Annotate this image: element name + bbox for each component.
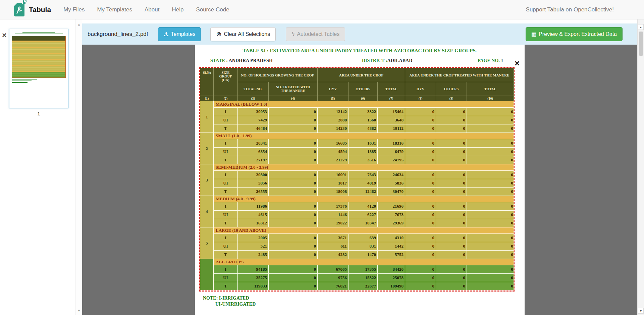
nav-item-help[interactable]: Help [172, 6, 183, 13]
size-group-label: SEMI-MEDIUM (2.0 - 3.99) [214, 164, 514, 171]
export-button-label: Preview & Export Extracted Data [539, 31, 617, 37]
value-cell: 0 [436, 171, 467, 179]
slno-cell: 1 [200, 101, 214, 133]
value-cell: 0 [405, 139, 436, 148]
nav-item-source-code[interactable]: Source Code [196, 6, 229, 13]
col-num: (9) [436, 96, 467, 101]
app-body: × 1 ▲ ▼ background_lines_2.pdf [0, 19, 644, 315]
value-cell: 0 [269, 234, 318, 242]
value-cell: 16685 [318, 139, 348, 148]
col-num: (5) [318, 96, 348, 101]
thumb-note-line [12, 79, 37, 80]
group-label-row: 3SEMI-MEDIUM (2.0 - 3.99) [200, 164, 514, 171]
value-cell: 0 [405, 282, 436, 291]
nav-item-my-files[interactable]: My Files [63, 6, 85, 13]
value-cell: 0 [436, 116, 467, 124]
value-cell: 0 [269, 242, 318, 251]
value-cell: 20341 [238, 139, 269, 148]
preview-export-button[interactable]: ▦ Preview & Export Extracted Data [526, 27, 623, 41]
value-cell: 11986 [238, 202, 269, 211]
value-cell: 0 [405, 116, 436, 124]
table-data-row: I2005036716394310000 [200, 234, 514, 242]
table-selection-box[interactable]: Sl.No SIZE GROUP (HA) NO. OF HOLDINGS GR… [199, 67, 515, 292]
row-type-cell: I [214, 265, 238, 274]
note-line-1: NOTE: I-IRRIGATED [203, 296, 525, 301]
value-cell: 0 [405, 148, 436, 156]
page-thumbnail[interactable] [9, 29, 68, 108]
templates-button[interactable]: Templates [158, 27, 201, 41]
value-cell: 3322 [348, 108, 378, 116]
value-cell: 1885 [348, 148, 378, 156]
value-cell: 0 [436, 124, 467, 133]
value-cell: 2005 [238, 234, 269, 242]
value-cell: 7429 [238, 116, 269, 124]
value-cell: 39053 [238, 108, 269, 116]
value-cell: 639 [348, 234, 378, 242]
value-cell: 0 [436, 242, 467, 251]
value-cell: 0 [405, 202, 436, 211]
value-cell: 109498 [378, 282, 405, 291]
value-cell: 0 [436, 148, 467, 156]
value-cell: 0 [467, 171, 514, 179]
table-data-row: T163120190221034729369000 [200, 219, 514, 227]
value-cell: 21279 [318, 156, 348, 164]
autodetect-tables-button[interactable]: ϟ Autodetect Tables [286, 27, 345, 41]
value-cell: 0 [467, 188, 514, 196]
table-data-row: UI58560101748195836000 [200, 179, 514, 188]
table-data-row: T27197021279351624795000 [200, 156, 514, 164]
scroll-up-icon[interactable]: ▲ [76, 23, 82, 26]
pdf-data-table: Sl.No SIZE GROUP (HA) NO. OF HOLDINGS GR… [200, 68, 514, 291]
value-cell: 2088 [318, 116, 348, 124]
row-type-cell: I [214, 171, 238, 179]
value-cell: 3671 [318, 234, 348, 242]
value-cell: 10347 [348, 219, 378, 227]
value-cell: 0 [467, 108, 514, 116]
tabula-logo-icon[interactable] [14, 3, 24, 16]
value-cell: 14230 [318, 124, 348, 133]
clear-all-selections-button[interactable]: ⊗ Clear All Selections [210, 27, 276, 41]
row-type-cell: UI [214, 242, 238, 251]
selection-close-icon[interactable]: ✕ [514, 60, 520, 67]
remove-page-button[interactable]: × [2, 32, 6, 39]
value-cell: 0 [436, 211, 467, 219]
slno-cell: 4 [200, 196, 214, 227]
brand-title[interactable]: Tabula [29, 6, 51, 14]
value-cell: 3516 [348, 156, 378, 164]
value-cell: 0 [269, 108, 318, 116]
table-grid-icon: ▦ [531, 32, 536, 37]
group-label-row: 5LARGE (10 AND ABOVE) [200, 227, 514, 234]
size-group-label: MEDIUM (4.0 - 9.99) [214, 196, 514, 202]
value-cell: 12462 [348, 188, 378, 196]
subheader-total-2: TOTAL [467, 82, 514, 96]
value-cell: 19112 [378, 124, 405, 133]
value-cell: 12142 [318, 108, 348, 116]
value-cell: 0 [436, 108, 467, 116]
value-cell: 1017 [318, 179, 348, 188]
subheader-hyv: HYV [318, 82, 348, 96]
value-cell: 0 [436, 234, 467, 242]
page-thumbnail-sidebar: × 1 [0, 19, 75, 315]
subheader-no-treated: NO. TREATED WITH THE MANURE [269, 82, 318, 96]
nav-item-about[interactable]: About [145, 6, 159, 13]
value-cell: 1560 [348, 116, 378, 124]
table-meta-row: STATE : ANDHRA PRADESH DISTRICT :ADILABA… [195, 58, 525, 65]
group-label-row: 2SMALL (1.0 - 1.99) [200, 133, 514, 139]
value-cell: 17355 [348, 265, 378, 274]
value-cell: 0 [467, 179, 514, 188]
value-cell: 0 [269, 274, 318, 282]
scroll-down-icon[interactable]: ▼ [76, 309, 82, 312]
col-num: (10) [467, 96, 514, 101]
document-viewport: TABLE 5J : ESTIMATED AREA UNDER PADDY TR… [82, 45, 637, 315]
sidebar-scrollbar[interactable]: ▲ ▼ [75, 19, 82, 315]
scroll-down-icon[interactable]: ▼ [638, 308, 644, 314]
value-cell: 0 [436, 156, 467, 164]
document-scrollbar[interactable]: ▲ ▼ [637, 19, 644, 315]
nav-item-my-templates[interactable]: My Templates [97, 6, 132, 13]
scrollbar-thumb[interactable] [639, 32, 643, 56]
document-filename: background_lines_2.pdf [88, 31, 148, 38]
value-cell: 16991 [318, 171, 348, 179]
page-no-field: PAGE NO. 1 [478, 58, 503, 63]
scroll-up-icon[interactable]: ▲ [638, 24, 644, 30]
value-cell: 0 [405, 156, 436, 164]
support-link[interactable]: Support Tabula on OpenCollective! [526, 6, 614, 13]
